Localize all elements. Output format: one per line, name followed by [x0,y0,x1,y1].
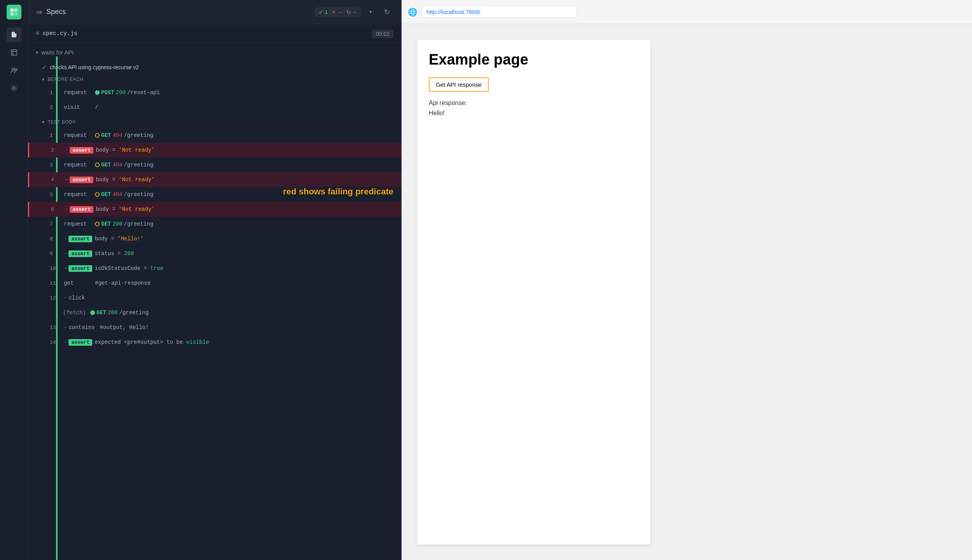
refresh-button[interactable]: ↻ [380,5,393,19]
status-dot-orange-7 [95,222,100,226]
cmd-dash-2: - [65,147,68,153]
status-dot-orange-3 [95,163,100,167]
cmd-num-2: 2 [50,105,61,110]
status-dot-orange-1 [95,133,100,138]
header-controls: ✓ 1 ✕ -- ↻ -- ▾ ↻ [315,5,393,19]
globe-icon: 🌐 [408,7,418,17]
loading-count: -- [353,9,357,15]
path-reset-api: /reset-api [127,89,160,96]
status-200-1: 200 [116,89,126,96]
get-api-response-button[interactable]: Get API response [429,77,489,92]
status-404-5: 404 [112,191,122,198]
path-greeting-7: /greeting [124,221,153,227]
cmd-name-fetch: (fetch) [63,310,90,316]
assert-content-5: status = 200 [95,250,134,257]
fail-x-icon: ✕ [332,9,336,15]
chevron-down-icon: ▾ [369,9,372,15]
cmd-row-14: 14 - assert expected <pre#output> to be … [28,335,401,350]
assert-badge-green-3: assert [68,265,92,272]
sidebar-item-settings[interactable] [7,81,21,96]
test-name: checks API using cypress-recurse v2 [50,64,139,70]
visit-path: / [95,104,98,110]
status-dot-green-fetch [90,310,95,315]
cmd-row-before-1: 1 request POST 200 /reset-api [28,85,401,100]
cmd-row-before-2: 2 visit / [28,100,401,115]
cmd-num-tb-7: 7 [50,221,61,227]
test-content[interactable]: ▾ waits for API ✓ checks API using cypre… [28,44,401,560]
test-timer: 00:02 [372,30,393,38]
test-body-chevron-icon: ▾ [42,119,45,125]
cmd-dash-12: - [64,295,67,301]
cmd-num-tb-3: 3 [50,162,61,168]
cmd-row-11: 11 get #get-api-response [28,276,401,290]
svg-point-11 [15,69,17,71]
path-greeting-3: /greeting [124,162,153,168]
test-body-header: ▾ TEST BODY [28,116,401,128]
cmd-dash-10: - [64,265,67,271]
svg-rect-0 [11,9,14,12]
cmd-num-tb-4: 4 [51,177,62,183]
browser-url[interactable]: http://localhost:7668/ [421,6,577,18]
header-title-group: ⇒ Specs [36,7,66,17]
cmd-name-request-tb-5: request [64,191,95,198]
cmd-num-tb-12: 12 [50,295,61,301]
cmd-name-request-tb-3: request [64,162,95,168]
cmd-row-12: 12 - click [28,290,401,305]
suite-name: waits for API [41,49,74,56]
cmd-row-7: 7 request GET 200 /greeting [28,217,401,231]
chevron-down-button[interactable]: ▾ [364,5,377,19]
api-response-label: Api response: [429,100,639,107]
cmd-row-5: 5 request GET 404 /greeting [28,187,401,202]
fail-count: -- [339,9,342,15]
cmd-name-request-1: request [64,89,95,96]
cmd-dash-13: - [64,324,67,331]
svg-point-10 [12,68,14,70]
test-panel: ⇒ Specs ✓ 1 ✕ -- ↻ -- ▾ ↻ ≡ spec.cy.js [28,0,402,560]
cmd-name-request-tb-1: request [64,132,95,138]
cmd-name-visit: visit [64,104,95,110]
filename: spec.cy.js [42,30,77,37]
cmd-num-tb-5: 5 [50,192,61,198]
cmd-dash-8: - [64,236,67,242]
cmd-name-click: click [68,295,100,301]
selector-get: #get-api-response [95,280,151,286]
status-200-fetch: 200 [108,310,118,316]
cmd-num-tb-11: 11 [50,280,61,286]
file-bar: ≡ spec.cy.js 00:02 [28,24,401,44]
sidebar-item-file[interactable] [7,27,21,42]
specs-title: Specs [46,8,66,16]
browser-content-frame: Example page Get API response Api respon… [417,40,651,544]
cmd-name-request-tb-7: request [64,221,95,227]
cmd-row-3: 3 request GET 404 /greeting [28,158,401,172]
svg-rect-7 [11,50,17,55]
cmd-row-10: 10 - assert isOkStatusCode = true [28,261,401,276]
path-greeting-1: /greeting [124,132,153,138]
contains-args: #output, Hello! [100,324,149,331]
cmd-dash-14: - [64,339,67,345]
assert-content-3: body = 'Not ready' [96,206,154,212]
cmd-row-13: 13 - contains #output, Hello! [28,320,401,335]
status-404-1: 404 [112,132,122,138]
cmd-num-tb-14: 14 [50,340,61,345]
logo[interactable] [7,5,21,19]
sidebar-item-list[interactable] [7,45,21,60]
status-dot-green-1 [95,90,100,95]
before-each-label: BEFORE EACH [48,77,84,82]
status-counts: ✓ 1 ✕ -- ↻ -- [315,7,361,17]
assert-badge-red-1: assert [70,147,93,154]
cmd-name-get: get [64,280,95,286]
assert-content-2: body = 'Not ready' [96,177,154,183]
cmd-num-tb-6: 6 [51,206,62,212]
refresh-icon: ↻ [384,8,390,16]
suite-chevron-icon: ▾ [36,50,38,55]
cmd-num-1: 1 [50,90,61,96]
method-get-7: GET [101,221,111,227]
sidebar-item-users[interactable] [7,63,21,78]
assert-content-6: isOkStatusCode = true [95,265,163,271]
api-response-value: Hello! [429,110,639,117]
svg-rect-2 [11,12,14,16]
method-post: POST [101,89,114,96]
assert-content-1: body = 'Not ready' [96,147,154,153]
assert-content-7: expected <pre#output> to be visible [95,339,209,345]
cmd-row-9: 9 - assert status = 200 [28,246,401,261]
